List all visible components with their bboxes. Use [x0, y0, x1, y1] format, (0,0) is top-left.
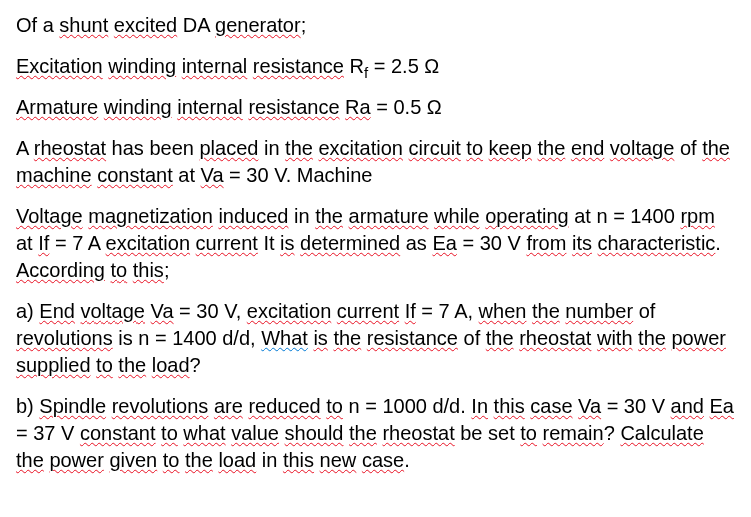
- text: this: [494, 395, 525, 417]
- text: ;: [301, 14, 307, 36]
- text: supplied: [16, 354, 91, 376]
- text: Excitation: [16, 55, 103, 77]
- text: rpm: [680, 205, 714, 227]
- text: current: [337, 300, 399, 322]
- text: .: [404, 449, 410, 471]
- text: case: [530, 395, 572, 417]
- text: of: [674, 137, 702, 159]
- text: the: [315, 205, 343, 227]
- text: the: [349, 422, 377, 444]
- text: the: [702, 137, 730, 159]
- text: the: [638, 327, 666, 349]
- paragraph-3: Armature winding internal resistance Ra …: [16, 94, 735, 121]
- text: It: [258, 232, 280, 254]
- text: DA: [177, 14, 215, 36]
- paragraph-1: Of a shunt excited DA generator;: [16, 12, 735, 39]
- text: Of a: [16, 14, 59, 36]
- text: power: [671, 327, 725, 349]
- paragraph-4: A rheostat has been placed in the excita…: [16, 135, 735, 189]
- text: winding: [108, 55, 176, 77]
- text: at: [173, 164, 201, 186]
- text: revolutions: [112, 395, 209, 417]
- text: at n = 1400: [569, 205, 681, 227]
- text: .: [715, 232, 721, 254]
- text: power: [49, 449, 103, 471]
- text: n = 1000 d/d.: [343, 395, 471, 417]
- text: from: [526, 232, 566, 254]
- text: should: [285, 422, 344, 444]
- text: induced: [218, 205, 288, 227]
- text: is: [313, 327, 327, 349]
- text: has been: [106, 137, 199, 159]
- text: the: [333, 327, 361, 349]
- text: = 30 V,: [174, 300, 247, 322]
- text: rheostat: [519, 327, 591, 349]
- text: to: [111, 259, 128, 281]
- text: machine: [16, 164, 92, 186]
- text: armature: [349, 205, 429, 227]
- text: excitation: [318, 137, 403, 159]
- paragraph-5: Voltage magnetization induced in the arm…: [16, 203, 735, 284]
- text: to: [163, 449, 180, 471]
- text: If: [38, 232, 49, 254]
- text: and: [671, 395, 704, 417]
- text: new: [320, 449, 357, 471]
- text: end: [571, 137, 604, 159]
- text: to: [466, 137, 483, 159]
- text: ?: [604, 422, 621, 444]
- text: R: [344, 55, 364, 77]
- text: Armature: [16, 96, 98, 118]
- text: in: [258, 137, 285, 159]
- text: Ra: [345, 96, 371, 118]
- text: In: [471, 395, 488, 417]
- text: this: [283, 449, 314, 471]
- text: A: [16, 137, 34, 159]
- text: Ea: [432, 232, 456, 254]
- text: remain: [543, 422, 604, 444]
- text: shunt: [59, 14, 108, 36]
- text: Spindle: [39, 395, 106, 417]
- text: voltage: [610, 137, 675, 159]
- text: at: [16, 232, 38, 254]
- text: a): [16, 300, 39, 322]
- text: as: [400, 232, 432, 254]
- text: constant: [80, 422, 156, 444]
- text: case: [362, 449, 404, 471]
- text: What: [261, 327, 308, 350]
- paragraph-7: b) Spindle revolutions are reduced to n …: [16, 393, 735, 474]
- text: = 2.5 Ω: [368, 55, 439, 77]
- text: what: [183, 422, 225, 444]
- text: excitation: [247, 300, 332, 322]
- text: internal: [177, 96, 243, 118]
- text: is n = 1400 d/d,: [113, 327, 261, 349]
- paragraph-2: Excitation winding internal resistance R…: [16, 53, 735, 80]
- text: excited: [114, 14, 177, 36]
- text: = 30 V. Machine: [224, 164, 373, 186]
- text: this: [133, 259, 164, 281]
- text: given: [109, 449, 157, 471]
- text: to: [326, 395, 343, 417]
- text: characteristic: [598, 232, 716, 254]
- text: According: [16, 259, 105, 281]
- text: b): [16, 395, 39, 417]
- text: determined: [300, 232, 400, 254]
- text: = 7 A,: [416, 300, 479, 322]
- text: is: [280, 232, 294, 254]
- text: rheostat: [382, 422, 454, 444]
- text: be set: [455, 422, 521, 444]
- text: reduced: [248, 395, 320, 417]
- text: resistance: [367, 327, 458, 349]
- text: keep: [489, 137, 532, 159]
- text: placed: [199, 137, 258, 159]
- text: are: [214, 395, 243, 417]
- text: ?: [190, 354, 201, 376]
- text: revolutions: [16, 327, 113, 349]
- text: its: [572, 232, 592, 254]
- text: Ea: [710, 395, 734, 417]
- text: = 0.5 Ω: [371, 96, 442, 118]
- text: load: [152, 354, 190, 376]
- text: value: [231, 422, 279, 444]
- text: load: [218, 449, 256, 471]
- text: rheostat: [34, 137, 106, 159]
- text: = 30 V: [601, 395, 671, 417]
